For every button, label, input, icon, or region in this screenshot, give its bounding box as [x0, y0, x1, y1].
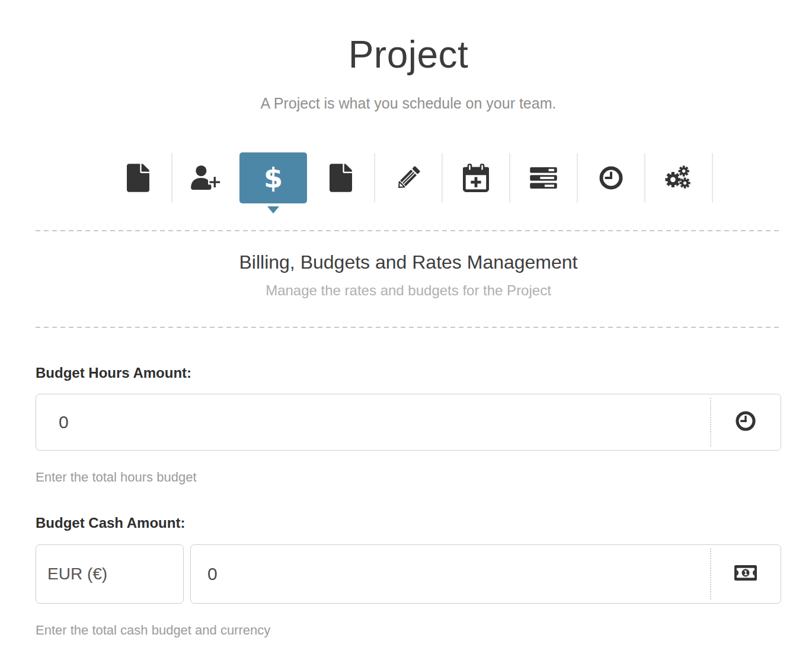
budget-cash-help: Enter the total cash budget and currency	[36, 623, 781, 638]
tab-tasks[interactable]	[510, 152, 577, 203]
budget-hours-input-group	[36, 394, 781, 451]
file-icon	[127, 164, 149, 192]
clock-icon	[599, 166, 623, 190]
tab-dollar[interactable]: $	[239, 152, 307, 203]
tab-cogs[interactable]	[645, 152, 712, 203]
section-subtitle: Manage the rates and budgets for the Pro…	[36, 282, 781, 299]
budget-hours-input[interactable]	[36, 394, 781, 451]
currency-select[interactable]: EUR (€)	[36, 544, 184, 604]
dashed-divider-top	[36, 230, 781, 231]
dashed-divider-bottom	[36, 327, 781, 328]
budget-cash-row: EUR (€) 1	[36, 544, 781, 604]
tab-user-plus[interactable]	[172, 152, 239, 203]
clock-icon	[736, 411, 756, 434]
tab-file[interactable]	[104, 152, 172, 203]
section-title: Billing, Budgets and Rates Management	[36, 251, 781, 273]
currency-select-value: EUR (€)	[47, 565, 107, 584]
budget-cash-input[interactable]	[190, 544, 781, 604]
settings-tab-strip: $	[36, 152, 781, 203]
pencil-icon	[395, 164, 422, 192]
svg-text:1: 1	[743, 569, 748, 577]
tasks-icon	[530, 167, 557, 189]
budget-cash-addon: 1	[710, 544, 781, 604]
budget-cash-input-group: 1	[190, 544, 781, 604]
money-bill-icon: 1	[734, 565, 757, 581]
tab-calendar-plus[interactable]	[442, 152, 510, 203]
page-title: Project	[36, 33, 781, 77]
dollar-icon: $	[264, 164, 283, 192]
user-plus-icon	[190, 165, 221, 191]
tab-file-2[interactable]	[307, 152, 375, 203]
project-settings-page: Project A Project is what you schedule o…	[0, 0, 812, 663]
tab-pencil[interactable]	[375, 152, 442, 203]
clock-icon	[736, 411, 756, 431]
budget-hours-help: Enter the total hours budget	[36, 470, 781, 485]
page-subtitle: A Project is what you schedule on your t…	[36, 95, 781, 112]
budget-hours-label: Budget Hours Amount:	[36, 365, 781, 381]
budget-cash-label: Budget Cash Amount:	[36, 515, 781, 531]
calendar-plus-icon	[463, 164, 489, 192]
file-icon	[330, 164, 352, 192]
money-bill-icon: 1	[734, 565, 757, 583]
budget-hours-addon	[710, 394, 781, 451]
cogs-icon	[664, 164, 693, 192]
tab-clock[interactable]	[577, 152, 645, 203]
